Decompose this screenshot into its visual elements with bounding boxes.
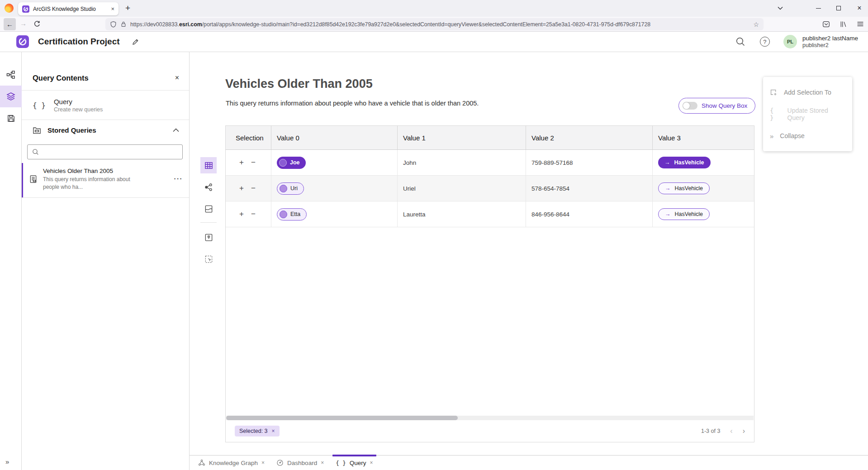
browser-tabstrip: ArcGIS Knowledge Studio × + ×	[0, 0, 868, 17]
braces-icon: { }	[770, 107, 781, 121]
search-icon	[32, 149, 39, 155]
row-range-label: 1-3 of 3	[701, 428, 720, 434]
map-view-icon[interactable]	[200, 201, 217, 217]
tab-title: ArcGIS Knowledge Studio	[33, 6, 107, 12]
expand-rail-icon[interactable]: »	[5, 458, 9, 465]
column-header[interactable]: Value 1	[398, 126, 526, 149]
scrollbar-thumb[interactable]	[226, 416, 458, 420]
remove-from-selection-button[interactable]: −	[247, 184, 259, 193]
query-contents-panel: Query Contents × { } Query Create new qu…	[22, 52, 190, 470]
tab-label: Knowledge Graph	[209, 460, 258, 466]
left-rail: »	[0, 52, 22, 470]
window-close-button[interactable]: ×	[854, 3, 865, 14]
menu-item-update-stored-query[interactable]: { } Update Stored Query	[763, 103, 852, 125]
horizontal-scrollbar[interactable]	[226, 416, 754, 420]
tab-close-icon[interactable]: ×	[370, 460, 373, 465]
relationship-pill[interactable]: →HasVehicle	[658, 208, 710, 220]
selection-tools-icon[interactable]	[200, 251, 217, 267]
window-maximize-button[interactable]	[833, 3, 844, 14]
user-username: publisher2	[802, 42, 858, 48]
stored-queries-header[interactable]: Stored Queries	[22, 120, 189, 140]
reload-icon[interactable]	[33, 20, 41, 28]
add-to-selection-button[interactable]: +	[236, 158, 247, 167]
add-to-selection-button[interactable]: +	[236, 184, 247, 193]
tab-knowledge-graph[interactable]: Knowledge Graph ×	[192, 456, 270, 470]
bookmark-star-icon[interactable]: ☆	[753, 21, 759, 28]
link-chart-view-icon[interactable]	[200, 179, 217, 195]
url-text: https://dev0028833.esri.com/portal/apps/…	[130, 21, 749, 28]
sidebar-item-data-model[interactable]	[0, 64, 22, 86]
show-query-box-toggle[interactable]: Show Query Box	[678, 98, 755, 114]
remove-from-selection-button[interactable]: −	[247, 210, 259, 219]
more-options-icon[interactable]: ···	[174, 175, 183, 182]
entity-label: Joe	[290, 159, 300, 166]
url-bar[interactable]: https://dev0028833.esri.com/portal/apps/…	[105, 18, 764, 30]
add-to-selection-button[interactable]: +	[236, 210, 247, 219]
table-row: +−JoeJohn759-889-57168→HasVehicle	[226, 150, 754, 176]
user-info[interactable]: publisher2 lastName publisher2	[802, 35, 858, 48]
query-item[interactable]: { } Query Create new queries	[22, 91, 189, 120]
knowledge-graph-icon	[198, 459, 205, 466]
table-row: +−EttaLauretta846-956-8644→HasVehicle	[226, 201, 754, 227]
browser-tab[interactable]: ArcGIS Knowledge Studio ×	[18, 2, 119, 15]
menu-item-collapse[interactable]: » Collapse	[763, 125, 852, 147]
sidebar-item-save[interactable]	[0, 107, 22, 129]
library-icon[interactable]	[840, 20, 847, 28]
entity-pill[interactable]: Etta	[277, 208, 307, 221]
remove-from-selection-button[interactable]: −	[247, 158, 259, 167]
tab-close-icon[interactable]: ×	[321, 460, 324, 465]
tab-label: Query	[350, 460, 366, 466]
search-icon[interactable]	[728, 37, 753, 47]
hamburger-menu-icon[interactable]	[857, 20, 864, 28]
stored-query-item[interactable]: Vehicles Older Than 2005 This query retu…	[22, 163, 189, 198]
pocket-icon[interactable]	[822, 20, 830, 28]
table-view-icon[interactable]	[200, 157, 217, 173]
firefox-logo-icon[interactable]	[5, 4, 14, 13]
avatar[interactable]: PL	[783, 35, 797, 48]
stored-query-description: This query returns information about peo…	[43, 176, 136, 191]
sidebar-item-contents[interactable]	[0, 86, 22, 107]
clear-selection-icon[interactable]: ×	[272, 428, 275, 434]
tab-close-icon[interactable]: ×	[261, 460, 265, 465]
value-cell: John	[398, 150, 526, 175]
column-header[interactable]: Value 2	[526, 126, 653, 149]
chevron-up-icon[interactable]	[173, 128, 179, 132]
shield-icon[interactable]	[110, 21, 117, 28]
tab-query[interactable]: { } Query ×	[330, 456, 379, 470]
list-tabs-icon[interactable]	[774, 3, 786, 14]
menu-item-label: Collapse	[780, 132, 804, 139]
relationship-cell: →HasVehicle	[653, 201, 754, 227]
add-to-map-view-icon[interactable]	[200, 229, 217, 245]
selected-count-chip[interactable]: Selected: 3 ×	[235, 426, 280, 436]
column-header[interactable]: Value 3	[653, 126, 754, 149]
knowledge-studio-logo-icon[interactable]	[16, 35, 29, 48]
selected-count-label: Selected: 3	[239, 428, 268, 434]
stored-queries-search[interactable]	[27, 144, 183, 159]
tab-dashboard[interactable]: Dashboard ×	[270, 456, 330, 470]
window-minimize-button[interactable]	[812, 3, 824, 14]
panel-close-icon[interactable]: ×	[175, 74, 179, 82]
help-icon[interactable]: ?	[753, 37, 777, 47]
arcgis-favicon-icon	[22, 5, 29, 13]
entity-pill[interactable]: Uri	[277, 182, 304, 195]
search-input[interactable]	[43, 149, 178, 155]
folder-icon	[33, 126, 41, 134]
edit-pencil-icon[interactable]	[132, 38, 139, 46]
back-button[interactable]: ←	[4, 18, 16, 30]
forward-button[interactable]: →	[20, 19, 27, 27]
relationship-pill[interactable]: →HasVehicle	[658, 182, 710, 194]
relationship-pill[interactable]: →HasVehicle	[658, 157, 711, 168]
toggle-switch[interactable]	[683, 102, 697, 110]
previous-page-icon[interactable]: ‹	[730, 427, 732, 435]
panel-title: Query Contents	[33, 74, 175, 82]
tab-close-icon[interactable]: ×	[111, 6, 114, 12]
menu-item-add-selection-to[interactable]: Add Selection To	[763, 82, 852, 103]
menu-item-label: Update Stored Query	[787, 107, 845, 121]
column-header[interactable]: Value 0	[271, 126, 398, 149]
next-page-icon[interactable]: ›	[743, 427, 745, 435]
entity-pill[interactable]: Joe	[277, 157, 306, 169]
new-tab-button[interactable]: +	[125, 3, 130, 13]
query-item-title: Query	[54, 98, 103, 106]
column-header[interactable]: Selection	[226, 126, 271, 149]
lock-icon[interactable]	[120, 21, 127, 28]
